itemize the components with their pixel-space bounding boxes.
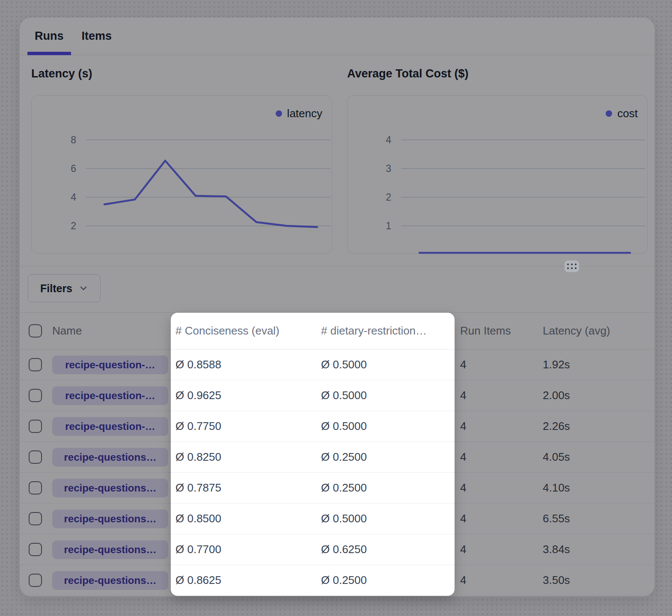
- section-divider: [20, 266, 654, 267]
- row-conciseness-value: Ø 0.9625: [171, 389, 317, 402]
- run-name-badge[interactable]: recipe-question-…: [52, 417, 168, 436]
- row-checkbox[interactable]: [29, 358, 42, 371]
- svg-text:2: 2: [386, 192, 391, 203]
- table-header-row: Name # Conciseness (eval) # dietary-rest…: [20, 312, 654, 349]
- row-run-items-value: 4: [455, 512, 537, 525]
- row-dietary-value: Ø 0.2500: [317, 481, 455, 495]
- table-row[interactable]: recipe-question-… Ø 0.9625 Ø 0.5000 4 2.…: [20, 380, 654, 411]
- table-row[interactable]: recipe-question-… Ø 0.8588 Ø 0.5000 4 1.…: [20, 349, 654, 380]
- row-checkbox-cell: [20, 389, 52, 402]
- column-header-name: Name: [52, 324, 171, 338]
- row-checkbox-cell: [20, 481, 52, 495]
- row-name-cell: recipe-question-…: [52, 355, 171, 374]
- run-name-badge[interactable]: recipe-questions…: [52, 540, 168, 559]
- cost-chart-card: 4321 cost: [347, 95, 648, 254]
- row-checkbox-cell: [20, 543, 52, 556]
- table-row[interactable]: recipe-questions… Ø 0.7700 Ø 0.6250 4 3.…: [20, 534, 654, 565]
- row-checkbox-cell: [20, 512, 52, 525]
- row-name-cell: recipe-questions…: [52, 540, 171, 559]
- cost-legend-dot-icon: [606, 110, 612, 117]
- latency-chart-card: 8642 latency: [31, 95, 332, 254]
- row-conciseness-value: Ø 0.7750: [171, 420, 317, 433]
- filters-button[interactable]: Filters: [28, 274, 101, 302]
- row-conciseness-value: Ø 0.8588: [171, 358, 317, 371]
- row-checkbox[interactable]: [29, 389, 42, 402]
- tab-items-label: Items: [82, 30, 112, 43]
- row-conciseness-value: Ø 0.8625: [171, 574, 317, 587]
- row-checkbox[interactable]: [29, 481, 42, 495]
- latency-legend-label: latency: [287, 107, 322, 120]
- row-dietary-value: Ø 0.5000: [317, 358, 455, 371]
- cost-legend-label: cost: [617, 107, 638, 120]
- column-header-conciseness: # Conciseness (eval): [171, 324, 317, 338]
- run-name-badge[interactable]: recipe-questions…: [52, 509, 168, 528]
- tab-runs[interactable]: Runs: [27, 18, 71, 55]
- svg-text:8: 8: [71, 134, 76, 145]
- cost-chart-title: Average Total Cost ($): [347, 67, 469, 80]
- row-checkbox-cell: [20, 450, 52, 464]
- row-checkbox-cell: [20, 420, 52, 433]
- row-name-cell: recipe-questions…: [52, 571, 171, 590]
- svg-text:1: 1: [386, 220, 391, 231]
- table-row[interactable]: recipe-questions… Ø 0.7875 Ø 0.2500 4 4.…: [20, 473, 654, 503]
- row-latency-value: 2.00s: [537, 389, 655, 402]
- row-conciseness-value: Ø 0.7700: [171, 543, 317, 556]
- row-latency-value: 4.10s: [537, 481, 655, 495]
- select-all-checkbox[interactable]: [29, 324, 42, 338]
- row-checkbox[interactable]: [29, 574, 42, 587]
- row-name-cell: recipe-questions…: [52, 448, 171, 467]
- main-card: Runs Items Latency (s) Average Total Cos…: [19, 17, 655, 597]
- table-body: recipe-question-… Ø 0.8588 Ø 0.5000 4 1.…: [20, 349, 654, 596]
- row-run-items-value: 4: [455, 420, 537, 433]
- row-checkbox-cell: [20, 574, 52, 587]
- row-checkbox[interactable]: [29, 543, 42, 556]
- row-name-cell: recipe-question-…: [52, 417, 171, 436]
- row-dietary-value: Ø 0.2500: [317, 450, 455, 464]
- page-background: Runs Items Latency (s) Average Total Cos…: [0, 0, 672, 616]
- row-run-items-value: 4: [455, 450, 537, 464]
- runs-table: Name # Conciseness (eval) # dietary-rest…: [20, 312, 654, 596]
- run-name-badge[interactable]: recipe-questions…: [52, 479, 168, 498]
- row-checkbox[interactable]: [29, 450, 42, 464]
- table-row[interactable]: recipe-question-… Ø 0.7750 Ø 0.5000 4 2.…: [20, 411, 654, 442]
- run-name-badge[interactable]: recipe-questions…: [52, 448, 168, 467]
- run-name-badge[interactable]: recipe-questions…: [52, 571, 168, 590]
- row-name-cell: recipe-questions…: [52, 479, 171, 498]
- table-row[interactable]: recipe-questions… Ø 0.8500 Ø 0.5000 4 6.…: [20, 503, 654, 534]
- tabs-bar: Runs Items: [20, 18, 654, 55]
- column-header-run-items: Run Items: [455, 324, 537, 338]
- table-row[interactable]: recipe-questions… Ø 0.8250 Ø 0.2500 4 4.…: [20, 442, 654, 473]
- drag-handle-icon[interactable]: [565, 261, 579, 272]
- svg-text:3: 3: [386, 163, 391, 174]
- filters-button-label: Filters: [40, 282, 72, 295]
- row-dietary-value: Ø 0.2500: [317, 574, 455, 587]
- row-latency-value: 4.05s: [537, 450, 655, 464]
- row-run-items-value: 4: [455, 358, 537, 371]
- svg-text:4: 4: [71, 192, 76, 203]
- row-latency-value: 2.26s: [537, 420, 655, 433]
- svg-text:4: 4: [386, 134, 391, 145]
- row-dietary-value: Ø 0.5000: [317, 420, 455, 433]
- header-checkbox-cell: [20, 324, 52, 338]
- row-conciseness-value: Ø 0.8250: [171, 450, 317, 464]
- column-header-dietary-restriction: # dietary-restriction…: [317, 324, 455, 338]
- row-checkbox[interactable]: [29, 512, 42, 525]
- table-row[interactable]: recipe-questions… Ø 0.8625 Ø 0.2500 4 3.…: [20, 565, 654, 596]
- svg-text:6: 6: [71, 163, 76, 174]
- row-run-items-value: 4: [455, 574, 537, 587]
- row-checkbox[interactable]: [29, 420, 42, 433]
- row-latency-value: 3.50s: [537, 574, 655, 587]
- row-conciseness-value: Ø 0.7875: [171, 481, 317, 495]
- run-name-badge[interactable]: recipe-question-…: [52, 386, 168, 405]
- run-name-badge[interactable]: recipe-question-…: [52, 355, 168, 374]
- row-latency-value: 3.84s: [537, 543, 655, 556]
- tab-items[interactable]: Items: [74, 18, 119, 55]
- row-dietary-value: Ø 0.5000: [317, 512, 455, 525]
- row-run-items-value: 4: [455, 389, 537, 402]
- latency-legend-dot-icon: [276, 110, 282, 117]
- row-checkbox-cell: [20, 358, 52, 371]
- latency-chart-title: Latency (s): [31, 67, 92, 80]
- row-run-items-value: 4: [455, 543, 537, 556]
- chevron-down-icon: [79, 284, 88, 293]
- row-dietary-value: Ø 0.6250: [317, 543, 455, 556]
